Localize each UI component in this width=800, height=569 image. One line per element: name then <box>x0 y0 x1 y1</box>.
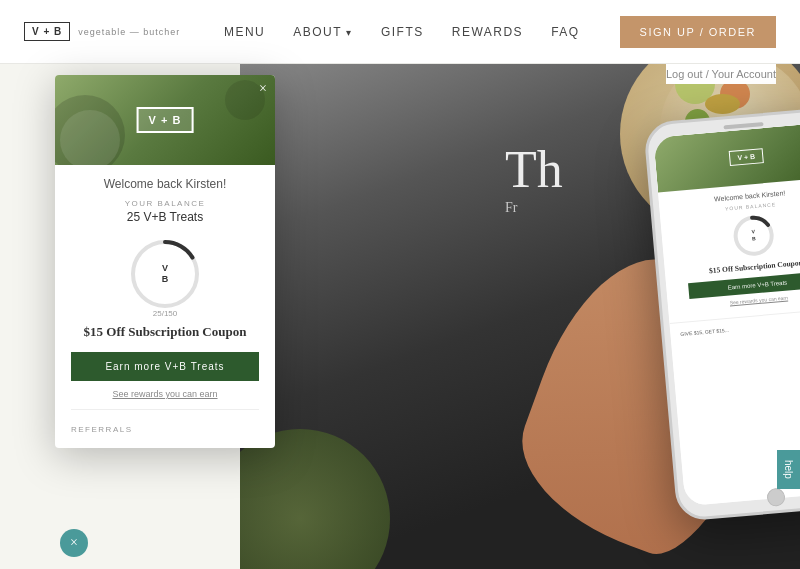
logo-tagline: vegetable — butcher <box>78 27 180 37</box>
svg-text:B: B <box>162 274 169 284</box>
nav-about[interactable]: ABOUT <box>293 25 353 39</box>
svg-text:B: B <box>751 235 756 241</box>
popup-close-icon[interactable]: × <box>259 81 267 97</box>
nav-faq[interactable]: FAQ <box>551 25 580 39</box>
deco-circle-1 <box>60 110 120 165</box>
phone-give-text: GIVE $15, GET $15... <box>680 327 729 337</box>
phone-home-button[interactable] <box>766 488 786 508</box>
phone-popup-body: Welcome back Kirsten! YOUR BALANCE V B <box>658 177 800 323</box>
popup-balance-label: YOUR BALANCE <box>71 199 259 208</box>
gauge-progress-text: 25/150 <box>153 309 177 318</box>
nav-gifts[interactable]: GIFTS <box>381 25 424 39</box>
popup-header-image: V + B × <box>55 75 275 165</box>
popup-close-bottom-button[interactable]: × <box>60 529 88 557</box>
phone-logo: V + B <box>729 148 764 166</box>
navbar: V + B vegetable — butcher MENU ABOUT GIF… <box>0 0 800 64</box>
sub-nav-account[interactable]: Log out / Your Account <box>666 64 776 84</box>
svg-text:V: V <box>751 228 756 234</box>
logo-area[interactable]: V + B vegetable — butcher <box>24 22 184 41</box>
logo-box: V + B <box>24 22 70 41</box>
referrals-section: REFERRALS <box>71 409 259 436</box>
svg-text:V: V <box>162 263 168 273</box>
close-x-icon: × <box>70 535 78 551</box>
popup-body: Welcome back Kirsten! YOUR BALANCE 25 V+… <box>55 165 275 448</box>
popup-welcome: Welcome back Kirsten! <box>71 177 259 191</box>
nav-links: MENU ABOUT GIFTS REWARDS FAQ <box>184 25 620 39</box>
nav-rewards[interactable]: REWARDS <box>452 25 523 39</box>
earn-treats-button[interactable]: Earn more V+B Treats <box>71 352 259 381</box>
rewards-popup: V + B × Welcome back Kirsten! YOUR BALAN… <box>55 75 275 448</box>
salad-yellow <box>705 94 740 114</box>
signup-order-button[interactable]: SIGN UP / ORDER <box>620 16 776 48</box>
bowl-decoration <box>240 429 390 569</box>
phone-scene-bg: Th Fr V + B Welcome back Kirsten! <box>240 64 800 569</box>
hero-sub-text: Fr <box>505 200 563 216</box>
phone-screen-content: V + B Welcome back Kirsten! YOUR BALANCE <box>653 122 800 506</box>
see-rewards-link[interactable]: See rewards you can earn <box>71 389 259 399</box>
hero-text: Th Fr <box>505 144 563 216</box>
phone-gauge: V B <box>729 211 778 260</box>
rewards-gauge: V B 25/150 <box>125 234 205 314</box>
nav-menu[interactable]: MENU <box>224 25 265 39</box>
phone-screen: V + B Welcome back Kirsten! YOUR BALANCE <box>653 122 800 506</box>
popup-coupon-text: $15 Off Subscription Coupon <box>71 324 259 340</box>
popup-logo: V + B <box>137 107 194 133</box>
popup-balance-value: 25 V+B Treats <box>71 210 259 224</box>
referrals-label: REFERRALS <box>71 425 133 434</box>
help-button[interactable]: help <box>777 450 800 489</box>
hero-big-text: Th <box>505 144 563 196</box>
phone-popup-header: V + B <box>653 122 800 193</box>
